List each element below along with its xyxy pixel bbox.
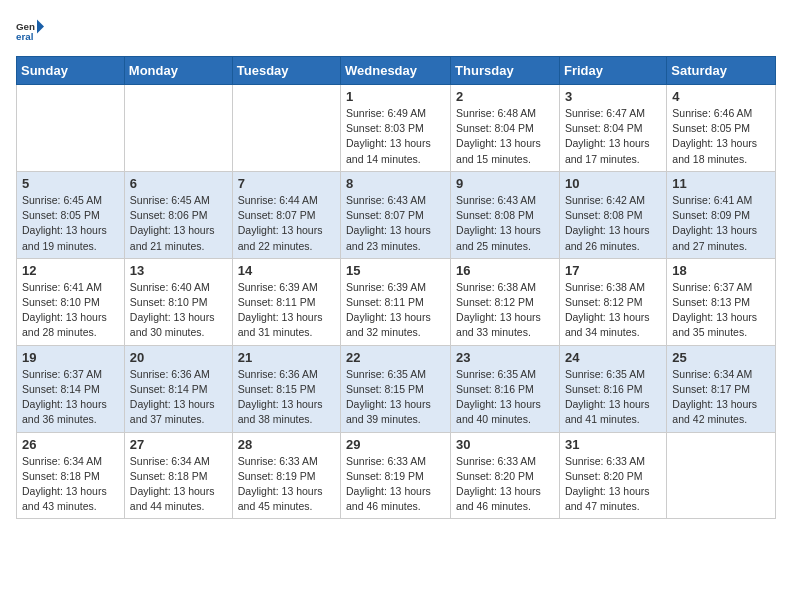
day-header-saturday: Saturday bbox=[667, 57, 776, 85]
day-number: 8 bbox=[346, 176, 445, 191]
calendar-day-4: 4Sunrise: 6:46 AM Sunset: 8:05 PM Daylig… bbox=[667, 85, 776, 172]
svg-text:eral: eral bbox=[16, 31, 34, 42]
day-info: Sunrise: 6:39 AM Sunset: 8:11 PM Dayligh… bbox=[238, 280, 335, 341]
day-number: 29 bbox=[346, 437, 445, 452]
day-header-monday: Monday bbox=[124, 57, 232, 85]
day-info: Sunrise: 6:33 AM Sunset: 8:20 PM Dayligh… bbox=[565, 454, 661, 515]
empty-cell bbox=[667, 432, 776, 519]
calendar-day-23: 23Sunrise: 6:35 AM Sunset: 8:16 PM Dayli… bbox=[451, 345, 560, 432]
day-info: Sunrise: 6:34 AM Sunset: 8:18 PM Dayligh… bbox=[22, 454, 119, 515]
calendar-day-18: 18Sunrise: 6:37 AM Sunset: 8:13 PM Dayli… bbox=[667, 258, 776, 345]
calendar-day-5: 5Sunrise: 6:45 AM Sunset: 8:05 PM Daylig… bbox=[17, 171, 125, 258]
page-header: Gen eral bbox=[16, 16, 776, 44]
day-info: Sunrise: 6:36 AM Sunset: 8:15 PM Dayligh… bbox=[238, 367, 335, 428]
day-info: Sunrise: 6:38 AM Sunset: 8:12 PM Dayligh… bbox=[565, 280, 661, 341]
calendar-day-15: 15Sunrise: 6:39 AM Sunset: 8:11 PM Dayli… bbox=[341, 258, 451, 345]
day-number: 4 bbox=[672, 89, 770, 104]
calendar-day-28: 28Sunrise: 6:33 AM Sunset: 8:19 PM Dayli… bbox=[232, 432, 340, 519]
day-info: Sunrise: 6:33 AM Sunset: 8:19 PM Dayligh… bbox=[238, 454, 335, 515]
day-info: Sunrise: 6:45 AM Sunset: 8:06 PM Dayligh… bbox=[130, 193, 227, 254]
day-info: Sunrise: 6:35 AM Sunset: 8:16 PM Dayligh… bbox=[565, 367, 661, 428]
day-number: 28 bbox=[238, 437, 335, 452]
calendar-week-2: 12Sunrise: 6:41 AM Sunset: 8:10 PM Dayli… bbox=[17, 258, 776, 345]
calendar-week-1: 5Sunrise: 6:45 AM Sunset: 8:05 PM Daylig… bbox=[17, 171, 776, 258]
day-info: Sunrise: 6:35 AM Sunset: 8:16 PM Dayligh… bbox=[456, 367, 554, 428]
day-info: Sunrise: 6:34 AM Sunset: 8:17 PM Dayligh… bbox=[672, 367, 770, 428]
calendar-day-21: 21Sunrise: 6:36 AM Sunset: 8:15 PM Dayli… bbox=[232, 345, 340, 432]
day-info: Sunrise: 6:34 AM Sunset: 8:18 PM Dayligh… bbox=[130, 454, 227, 515]
calendar-day-20: 20Sunrise: 6:36 AM Sunset: 8:14 PM Dayli… bbox=[124, 345, 232, 432]
calendar-day-27: 27Sunrise: 6:34 AM Sunset: 8:18 PM Dayli… bbox=[124, 432, 232, 519]
day-info: Sunrise: 6:49 AM Sunset: 8:03 PM Dayligh… bbox=[346, 106, 445, 167]
calendar-day-31: 31Sunrise: 6:33 AM Sunset: 8:20 PM Dayli… bbox=[559, 432, 666, 519]
logo-icon: Gen eral bbox=[16, 16, 44, 44]
calendar-header-row: SundayMondayTuesdayWednesdayThursdayFrid… bbox=[17, 57, 776, 85]
calendar-day-26: 26Sunrise: 6:34 AM Sunset: 8:18 PM Dayli… bbox=[17, 432, 125, 519]
calendar-day-30: 30Sunrise: 6:33 AM Sunset: 8:20 PM Dayli… bbox=[451, 432, 560, 519]
calendar-day-9: 9Sunrise: 6:43 AM Sunset: 8:08 PM Daylig… bbox=[451, 171, 560, 258]
calendar-day-22: 22Sunrise: 6:35 AM Sunset: 8:15 PM Dayli… bbox=[341, 345, 451, 432]
day-number: 24 bbox=[565, 350, 661, 365]
empty-cell bbox=[17, 85, 125, 172]
calendar-day-3: 3Sunrise: 6:47 AM Sunset: 8:04 PM Daylig… bbox=[559, 85, 666, 172]
day-header-wednesday: Wednesday bbox=[341, 57, 451, 85]
calendar-day-11: 11Sunrise: 6:41 AM Sunset: 8:09 PM Dayli… bbox=[667, 171, 776, 258]
day-number: 5 bbox=[22, 176, 119, 191]
day-number: 12 bbox=[22, 263, 119, 278]
day-number: 20 bbox=[130, 350, 227, 365]
calendar-day-17: 17Sunrise: 6:38 AM Sunset: 8:12 PM Dayli… bbox=[559, 258, 666, 345]
day-number: 25 bbox=[672, 350, 770, 365]
day-number: 30 bbox=[456, 437, 554, 452]
day-number: 14 bbox=[238, 263, 335, 278]
day-info: Sunrise: 6:40 AM Sunset: 8:10 PM Dayligh… bbox=[130, 280, 227, 341]
calendar-day-2: 2Sunrise: 6:48 AM Sunset: 8:04 PM Daylig… bbox=[451, 85, 560, 172]
day-header-sunday: Sunday bbox=[17, 57, 125, 85]
day-info: Sunrise: 6:46 AM Sunset: 8:05 PM Dayligh… bbox=[672, 106, 770, 167]
day-info: Sunrise: 6:45 AM Sunset: 8:05 PM Dayligh… bbox=[22, 193, 119, 254]
day-info: Sunrise: 6:38 AM Sunset: 8:12 PM Dayligh… bbox=[456, 280, 554, 341]
calendar-day-13: 13Sunrise: 6:40 AM Sunset: 8:10 PM Dayli… bbox=[124, 258, 232, 345]
day-number: 19 bbox=[22, 350, 119, 365]
calendar-week-0: 1Sunrise: 6:49 AM Sunset: 8:03 PM Daylig… bbox=[17, 85, 776, 172]
day-header-tuesday: Tuesday bbox=[232, 57, 340, 85]
calendar-day-19: 19Sunrise: 6:37 AM Sunset: 8:14 PM Dayli… bbox=[17, 345, 125, 432]
day-info: Sunrise: 6:37 AM Sunset: 8:14 PM Dayligh… bbox=[22, 367, 119, 428]
calendar-day-1: 1Sunrise: 6:49 AM Sunset: 8:03 PM Daylig… bbox=[341, 85, 451, 172]
calendar-day-12: 12Sunrise: 6:41 AM Sunset: 8:10 PM Dayli… bbox=[17, 258, 125, 345]
day-number: 21 bbox=[238, 350, 335, 365]
day-number: 17 bbox=[565, 263, 661, 278]
day-info: Sunrise: 6:48 AM Sunset: 8:04 PM Dayligh… bbox=[456, 106, 554, 167]
day-info: Sunrise: 6:33 AM Sunset: 8:19 PM Dayligh… bbox=[346, 454, 445, 515]
day-header-friday: Friday bbox=[559, 57, 666, 85]
day-number: 13 bbox=[130, 263, 227, 278]
day-number: 1 bbox=[346, 89, 445, 104]
logo: Gen eral bbox=[16, 16, 48, 44]
day-info: Sunrise: 6:33 AM Sunset: 8:20 PM Dayligh… bbox=[456, 454, 554, 515]
calendar-day-10: 10Sunrise: 6:42 AM Sunset: 8:08 PM Dayli… bbox=[559, 171, 666, 258]
day-number: 15 bbox=[346, 263, 445, 278]
day-info: Sunrise: 6:41 AM Sunset: 8:10 PM Dayligh… bbox=[22, 280, 119, 341]
calendar-day-7: 7Sunrise: 6:44 AM Sunset: 8:07 PM Daylig… bbox=[232, 171, 340, 258]
day-info: Sunrise: 6:37 AM Sunset: 8:13 PM Dayligh… bbox=[672, 280, 770, 341]
day-number: 7 bbox=[238, 176, 335, 191]
day-number: 27 bbox=[130, 437, 227, 452]
day-number: 2 bbox=[456, 89, 554, 104]
empty-cell bbox=[124, 85, 232, 172]
day-number: 16 bbox=[456, 263, 554, 278]
calendar-day-24: 24Sunrise: 6:35 AM Sunset: 8:16 PM Dayli… bbox=[559, 345, 666, 432]
calendar-week-4: 26Sunrise: 6:34 AM Sunset: 8:18 PM Dayli… bbox=[17, 432, 776, 519]
day-number: 22 bbox=[346, 350, 445, 365]
day-number: 3 bbox=[565, 89, 661, 104]
day-info: Sunrise: 6:44 AM Sunset: 8:07 PM Dayligh… bbox=[238, 193, 335, 254]
day-number: 10 bbox=[565, 176, 661, 191]
calendar-day-29: 29Sunrise: 6:33 AM Sunset: 8:19 PM Dayli… bbox=[341, 432, 451, 519]
day-number: 26 bbox=[22, 437, 119, 452]
day-info: Sunrise: 6:43 AM Sunset: 8:08 PM Dayligh… bbox=[456, 193, 554, 254]
calendar-day-14: 14Sunrise: 6:39 AM Sunset: 8:11 PM Dayli… bbox=[232, 258, 340, 345]
empty-cell bbox=[232, 85, 340, 172]
day-number: 18 bbox=[672, 263, 770, 278]
day-header-thursday: Thursday bbox=[451, 57, 560, 85]
day-number: 6 bbox=[130, 176, 227, 191]
day-info: Sunrise: 6:42 AM Sunset: 8:08 PM Dayligh… bbox=[565, 193, 661, 254]
svg-marker-2 bbox=[37, 20, 44, 34]
